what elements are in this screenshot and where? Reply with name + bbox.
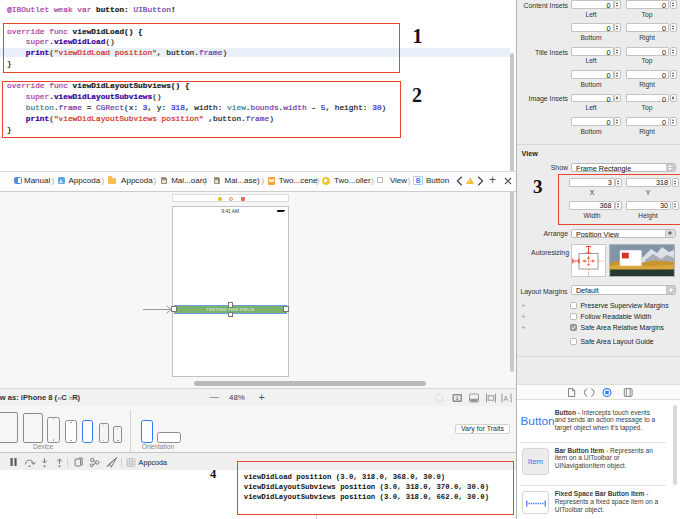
svg-text:A: A bbox=[504, 395, 509, 402]
